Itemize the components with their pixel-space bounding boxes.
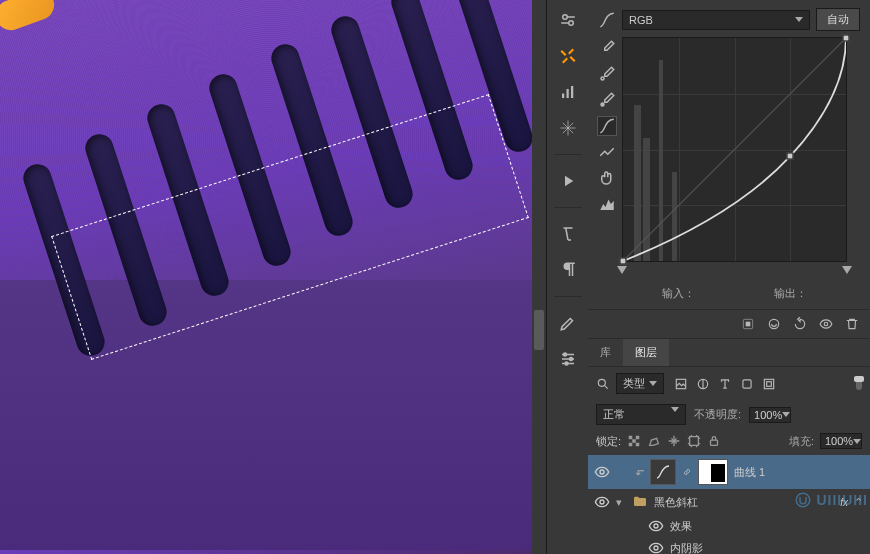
tab-library[interactable]: 库 [588,339,623,366]
slider-handle-black[interactable] [617,266,627,274]
fx-badge[interactable]: fx [840,497,848,508]
trash-icon[interactable] [844,316,860,332]
lock-pixels-icon[interactable] [647,434,661,448]
svg-rect-17 [743,379,751,387]
play-icon[interactable] [556,169,580,193]
crossed-brushes-icon[interactable] [556,44,580,68]
filter-type-icon[interactable] [718,377,732,391]
filter-shape-icon[interactable] [740,377,754,391]
visibility-toggle-icon[interactable] [648,518,664,534]
curve-draw-tool-icon[interactable] [598,143,616,161]
visibility-toggle-icon[interactable] [648,540,664,554]
twisty-expanded-icon[interactable]: ▾ [616,496,626,509]
svg-point-1 [568,21,573,26]
filter-type-dropdown[interactable]: 类型 [616,373,664,394]
auto-button[interactable]: 自动 [816,8,860,31]
channel-dropdown[interactable]: RGB [622,10,810,30]
svg-rect-26 [711,440,718,445]
sparkle-icon[interactable] [556,116,580,140]
layer-name[interactable]: 黑色斜杠 [654,495,834,510]
fill-value: 100% [825,435,853,447]
fx-chevron-icon[interactable]: ⌃ [854,496,864,509]
curve-control-point[interactable] [843,35,850,42]
link-icon[interactable] [682,467,692,477]
eyedropper-black-icon[interactable] [598,39,616,57]
histogram-toggle-icon[interactable] [598,195,616,213]
opacity-input[interactable]: 100% [749,407,791,423]
filter-smart-icon[interactable] [762,377,776,391]
lock-artboard-icon[interactable] [687,434,701,448]
blend-mode-dropdown[interactable]: 正常 [596,404,686,425]
visibility-toggle-icon[interactable] [594,494,610,510]
svg-point-6 [569,358,572,361]
blend-opacity-row: 正常 不透明度: 100% [588,400,870,429]
adjustments-footer [588,310,870,339]
toolbar-separator [554,296,582,297]
canvas-scrollbar-vertical[interactable] [532,0,546,554]
lock-transparency-icon[interactable] [627,434,641,448]
filter-adjustment-icon[interactable] [696,377,710,391]
clip-to-layer-icon[interactable] [740,316,756,332]
view-previous-icon[interactable] [766,316,782,332]
reset-icon[interactable] [792,316,808,332]
fill-label: 填充: [789,434,814,449]
layer-group[interactable]: ▾ 黑色斜杠 fx ⌃ [588,489,870,515]
paragraph-icon[interactable] [556,258,580,282]
effects-label: 效果 [670,519,864,534]
layer-effect-inner-shadow[interactable]: 内阴影 [588,537,870,554]
curve-line [623,38,846,261]
svg-rect-25 [690,437,699,446]
opacity-value: 100% [754,409,782,421]
filter-toggle-switch[interactable] [856,378,862,390]
slider-handle-white[interactable] [842,266,852,274]
eyedropper-white-icon[interactable] [598,91,616,109]
svg-rect-23 [629,443,633,447]
curve-point-tool-icon[interactable] [598,117,616,135]
layer-mask-thumb[interactable] [698,459,728,485]
lock-all-icon[interactable] [707,434,721,448]
pen-options-icon[interactable] [556,311,580,335]
curve-control-point[interactable] [787,153,794,160]
layer-curves-adjustment[interactable]: ↳ 曲线 1 [588,455,870,489]
curves-preset-icon[interactable] [598,11,616,29]
output-label: 输出： [774,286,807,301]
clipping-mask-icon: ↳ [633,467,646,477]
hand-tool-icon[interactable] [598,169,616,187]
sliders-icon[interactable] [556,347,580,371]
svg-rect-18 [764,379,773,388]
visibility-toggle-icon[interactable] [594,464,610,480]
type-icon[interactable] [556,222,580,246]
svg-point-8 [601,77,604,80]
opacity-label: 不透明度: [694,407,741,422]
svg-rect-2 [562,94,564,99]
fill-input[interactable]: 100% [820,433,862,449]
layer-name[interactable]: 曲线 1 [734,465,864,480]
tab-layers[interactable]: 图层 [623,339,669,366]
right-panel-stack: RGB 自动 [588,0,870,554]
search-icon[interactable] [596,377,610,391]
input-range-slider[interactable] [622,266,847,278]
svg-rect-21 [636,436,640,440]
svg-point-5 [563,353,566,356]
svg-rect-22 [632,439,636,443]
levels-icon[interactable] [556,80,580,104]
curves-graph[interactable] [622,37,847,262]
layers-panel: 库 图层 类型 正常 不透明度: [588,339,870,554]
svg-rect-11 [746,322,751,327]
canvas-viewport[interactable] [0,0,546,554]
scrollbar-thumb[interactable] [534,310,544,350]
layer-effects-header[interactable]: 效果 [588,515,870,537]
filter-type-label: 类型 [623,376,645,391]
svg-point-30 [654,546,658,550]
visibility-icon[interactable] [818,316,834,332]
effect-name: 内阴影 [670,541,864,555]
curve-control-point[interactable] [620,258,627,265]
chevron-down-icon [671,407,679,412]
filter-pixel-icon[interactable] [674,377,688,391]
channel-dropdown-value: RGB [629,14,653,26]
lock-position-icon[interactable] [667,434,681,448]
eyedropper-gray-icon[interactable] [598,65,616,83]
brush-settings-icon[interactable] [556,8,580,32]
svg-rect-15 [676,379,685,388]
toolbar-separator [554,154,582,155]
